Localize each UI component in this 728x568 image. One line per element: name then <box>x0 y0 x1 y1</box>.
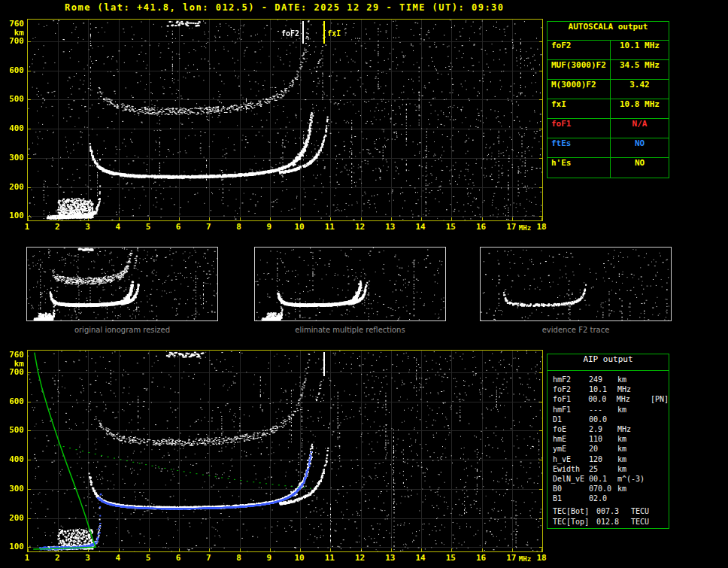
x-tick-label: 13 <box>380 222 401 232</box>
trace-end-marker-line <box>323 352 325 376</box>
aip-value: 110 <box>589 435 617 445</box>
aip-value: 00.1 <box>589 475 617 484</box>
aip-unit: km <box>617 405 652 415</box>
aip-extra <box>652 415 669 425</box>
aip-name: foF1 <box>553 395 588 405</box>
x-tick-label: 5 <box>138 222 159 232</box>
x-tick-label: 10 <box>289 553 310 563</box>
x-tick-label: 7 <box>198 553 219 563</box>
thumbnail-original-canvas <box>27 248 217 320</box>
aip-row: ymE20km <box>553 445 669 454</box>
aip-name: Ewidth <box>553 465 589 475</box>
aip-unit: MHz <box>617 385 652 395</box>
x-tick-label: 12 <box>350 553 371 563</box>
thumbnail-caption: original ionogram resized <box>26 326 218 334</box>
x-tick-label: 9 <box>259 553 280 563</box>
y-tick-label: 300 <box>3 153 24 163</box>
aip-unit: km <box>617 375 652 385</box>
autoscala-param-value: N/A <box>611 119 669 138</box>
autoscala-window: Rome (lat: +41.8, lon: 012.5) - DATE: 20… <box>0 0 728 568</box>
aip-row: B0070.0km <box>553 484 669 494</box>
thumbnail-caption: evidence F2 trace <box>480 326 672 334</box>
aip-extra <box>652 475 669 484</box>
aip-name: B1 <box>553 494 589 504</box>
x-tick-label: 15 <box>440 222 461 232</box>
x-tick-label: 3 <box>77 222 98 232</box>
aip-value: 10.1 <box>589 385 617 395</box>
aip-name: DelN_vE <box>553 475 589 484</box>
aip-tec-unit: TECU <box>631 507 666 517</box>
y-tick-label: 100 <box>3 542 24 551</box>
autoscala-row: foF210.1 MHz <box>548 41 669 60</box>
x-tick-label: 1 <box>17 553 38 563</box>
thumbnail-multiples-removed-canvas <box>255 248 445 320</box>
aip-row: hmF1---km <box>553 405 669 415</box>
y-tick-label: 760 <box>3 350 24 360</box>
aip-extra <box>652 425 669 435</box>
aip-row: hmE110km <box>553 435 669 445</box>
x-tick-label: 16 <box>471 553 492 563</box>
bottom-ionogram-panel <box>27 350 543 552</box>
aip-value: 120 <box>589 455 617 465</box>
autoscala-table-title: AUTOSCALA output <box>548 22 669 41</box>
aip-unit: km <box>617 484 652 494</box>
aip-value: 249 <box>589 375 617 385</box>
aip-row: DelN_vE00.1m^(-3) <box>553 475 669 484</box>
x-tick-label: 13 <box>380 553 401 563</box>
x-tick-label: 16 <box>471 222 492 232</box>
aip-value: 00.0 <box>588 395 616 405</box>
x-axis-unit-label: MHz <box>514 224 535 232</box>
aip-extra <box>652 455 669 465</box>
foF2-marker-line <box>302 21 304 44</box>
x-tick-label: 1 <box>17 222 38 232</box>
x-tick-label: 6 <box>168 553 189 563</box>
aip-unit: km <box>617 435 652 445</box>
aip-extra <box>652 385 669 395</box>
aip-row: D100.0 <box>553 415 669 425</box>
y-tick-label: 100 <box>3 211 24 220</box>
x-tick-label: 8 <box>229 222 250 232</box>
x-tick-label: 11 <box>319 222 340 232</box>
x-tick-label: 3 <box>77 553 98 563</box>
aip-extra <box>652 494 669 504</box>
aip-name: hmF2 <box>553 375 589 385</box>
aip-unit <box>617 494 652 504</box>
autoscala-row: M(3000)F23.42 <box>548 80 669 99</box>
x-tick-label: 6 <box>168 222 189 232</box>
autoscala-param-value: 34.5 MHz <box>611 60 669 79</box>
aip-row: hmF2249km <box>553 375 669 385</box>
aip-tec-row: TEC[Bot]007.3TECU <box>553 507 669 517</box>
x-tick-label: 5 <box>138 553 159 563</box>
aip-tec-row: TEC[Top]012.8TECU <box>553 518 669 527</box>
thumbnail-f2-evidence <box>480 247 672 321</box>
aip-table-title: AIP output <box>548 354 669 371</box>
y-axis-unit-label: km <box>3 28 24 38</box>
autoscala-row: h'EsNO <box>548 158 669 178</box>
aip-value: 02.0 <box>589 494 617 504</box>
thumbnail-caption: eliminate multiple reflections <box>254 326 446 334</box>
top-ionogram-panel: foF2 fxI <box>27 19 543 221</box>
aip-tec-name: TEC[Top] <box>553 518 596 527</box>
x-tick-label: 14 <box>410 222 431 232</box>
aip-value: 00.0 <box>589 415 617 425</box>
aip-extra <box>652 405 669 415</box>
fxI-marker-line <box>323 21 325 44</box>
x-axis-unit-label: MHz <box>514 555 535 563</box>
station-header: Rome (lat: +41.8, lon: 012.5) - DATE: 20… <box>65 2 505 13</box>
autoscala-output-table: AUTOSCALA output foF210.1 MHzMUF(3000)F2… <box>547 21 669 178</box>
autoscala-param-value: NO <box>611 158 669 178</box>
x-tick-label: 9 <box>259 222 280 232</box>
y-axis-unit-label: km <box>3 359 24 369</box>
aip-row: Ewidth25km <box>553 465 669 475</box>
autoscala-row: MUF(3000)F234.5 MHz <box>548 60 669 80</box>
autoscala-param-label: foF1 <box>548 119 611 138</box>
aip-tec-unit: TECU <box>631 518 666 527</box>
x-tick-label: 10 <box>289 222 310 232</box>
y-tick-label: 400 <box>3 123 24 133</box>
thumbnail-original-ionogram <box>26 247 218 321</box>
aip-unit: MHz <box>617 425 652 435</box>
autoscala-param-label: ftEs <box>548 138 611 157</box>
aip-name: hmF1 <box>553 405 589 415</box>
autoscala-table-rows: foF210.1 MHzMUF(3000)F234.5 MHzM(3000)F2… <box>548 41 669 178</box>
aip-unit: MHz <box>617 395 651 405</box>
